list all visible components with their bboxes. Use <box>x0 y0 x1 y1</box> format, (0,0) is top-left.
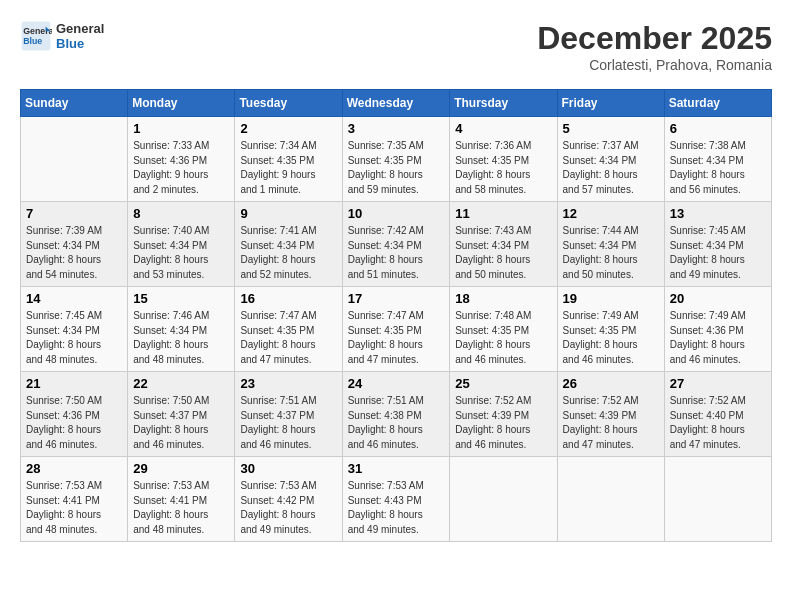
calendar-week-row: 21Sunrise: 7:50 AM Sunset: 4:36 PM Dayli… <box>21 372 772 457</box>
day-info: Sunrise: 7:47 AM Sunset: 4:35 PM Dayligh… <box>240 309 336 367</box>
day-number: 26 <box>563 376 659 391</box>
calendar-week-row: 28Sunrise: 7:53 AM Sunset: 4:41 PM Dayli… <box>21 457 772 542</box>
day-info: Sunrise: 7:49 AM Sunset: 4:36 PM Dayligh… <box>670 309 766 367</box>
day-info: Sunrise: 7:39 AM Sunset: 4:34 PM Dayligh… <box>26 224 122 282</box>
day-number: 20 <box>670 291 766 306</box>
day-info: Sunrise: 7:35 AM Sunset: 4:35 PM Dayligh… <box>348 139 445 197</box>
day-info: Sunrise: 7:45 AM Sunset: 4:34 PM Dayligh… <box>26 309 122 367</box>
calendar-cell: 15Sunrise: 7:46 AM Sunset: 4:34 PM Dayli… <box>128 287 235 372</box>
calendar-cell <box>557 457 664 542</box>
calendar-cell: 30Sunrise: 7:53 AM Sunset: 4:42 PM Dayli… <box>235 457 342 542</box>
col-header-saturday: Saturday <box>664 90 771 117</box>
day-info: Sunrise: 7:52 AM Sunset: 4:39 PM Dayligh… <box>455 394 551 452</box>
day-number: 27 <box>670 376 766 391</box>
calendar-cell: 1Sunrise: 7:33 AM Sunset: 4:36 PM Daylig… <box>128 117 235 202</box>
calendar-cell: 12Sunrise: 7:44 AM Sunset: 4:34 PM Dayli… <box>557 202 664 287</box>
day-info: Sunrise: 7:38 AM Sunset: 4:34 PM Dayligh… <box>670 139 766 197</box>
day-number: 19 <box>563 291 659 306</box>
day-info: Sunrise: 7:50 AM Sunset: 4:36 PM Dayligh… <box>26 394 122 452</box>
calendar-cell: 19Sunrise: 7:49 AM Sunset: 4:35 PM Dayli… <box>557 287 664 372</box>
day-number: 13 <box>670 206 766 221</box>
calendar-cell <box>450 457 557 542</box>
day-number: 10 <box>348 206 445 221</box>
location-subtitle: Corlatesti, Prahova, Romania <box>537 57 772 73</box>
day-number: 21 <box>26 376 122 391</box>
day-info: Sunrise: 7:53 AM Sunset: 4:41 PM Dayligh… <box>133 479 229 537</box>
calendar-cell: 8Sunrise: 7:40 AM Sunset: 4:34 PM Daylig… <box>128 202 235 287</box>
calendar-cell: 2Sunrise: 7:34 AM Sunset: 4:35 PM Daylig… <box>235 117 342 202</box>
day-info: Sunrise: 7:53 AM Sunset: 4:41 PM Dayligh… <box>26 479 122 537</box>
day-number: 6 <box>670 121 766 136</box>
day-info: Sunrise: 7:53 AM Sunset: 4:43 PM Dayligh… <box>348 479 445 537</box>
day-info: Sunrise: 7:53 AM Sunset: 4:42 PM Dayligh… <box>240 479 336 537</box>
day-number: 2 <box>240 121 336 136</box>
day-info: Sunrise: 7:44 AM Sunset: 4:34 PM Dayligh… <box>563 224 659 282</box>
logo-icon: General Blue <box>20 20 52 52</box>
header: General Blue General Blue December 2025 … <box>20 20 772 73</box>
calendar-cell: 5Sunrise: 7:37 AM Sunset: 4:34 PM Daylig… <box>557 117 664 202</box>
day-number: 28 <box>26 461 122 476</box>
col-header-sunday: Sunday <box>21 90 128 117</box>
day-number: 18 <box>455 291 551 306</box>
day-number: 12 <box>563 206 659 221</box>
col-header-monday: Monday <box>128 90 235 117</box>
day-number: 25 <box>455 376 551 391</box>
calendar-cell: 27Sunrise: 7:52 AM Sunset: 4:40 PM Dayli… <box>664 372 771 457</box>
calendar-week-row: 1Sunrise: 7:33 AM Sunset: 4:36 PM Daylig… <box>21 117 772 202</box>
calendar-week-row: 14Sunrise: 7:45 AM Sunset: 4:34 PM Dayli… <box>21 287 772 372</box>
calendar-cell: 20Sunrise: 7:49 AM Sunset: 4:36 PM Dayli… <box>664 287 771 372</box>
calendar-cell: 11Sunrise: 7:43 AM Sunset: 4:34 PM Dayli… <box>450 202 557 287</box>
calendar-cell: 9Sunrise: 7:41 AM Sunset: 4:34 PM Daylig… <box>235 202 342 287</box>
calendar-cell: 25Sunrise: 7:52 AM Sunset: 4:39 PM Dayli… <box>450 372 557 457</box>
month-title: December 2025 <box>537 20 772 57</box>
day-info: Sunrise: 7:36 AM Sunset: 4:35 PM Dayligh… <box>455 139 551 197</box>
day-info: Sunrise: 7:48 AM Sunset: 4:35 PM Dayligh… <box>455 309 551 367</box>
day-number: 14 <box>26 291 122 306</box>
day-info: Sunrise: 7:37 AM Sunset: 4:34 PM Dayligh… <box>563 139 659 197</box>
day-number: 22 <box>133 376 229 391</box>
day-info: Sunrise: 7:40 AM Sunset: 4:34 PM Dayligh… <box>133 224 229 282</box>
day-info: Sunrise: 7:51 AM Sunset: 4:37 PM Dayligh… <box>240 394 336 452</box>
day-number: 1 <box>133 121 229 136</box>
day-info: Sunrise: 7:51 AM Sunset: 4:38 PM Dayligh… <box>348 394 445 452</box>
day-number: 16 <box>240 291 336 306</box>
day-number: 23 <box>240 376 336 391</box>
calendar-cell: 10Sunrise: 7:42 AM Sunset: 4:34 PM Dayli… <box>342 202 450 287</box>
calendar-cell: 4Sunrise: 7:36 AM Sunset: 4:35 PM Daylig… <box>450 117 557 202</box>
calendar-cell: 13Sunrise: 7:45 AM Sunset: 4:34 PM Dayli… <box>664 202 771 287</box>
day-info: Sunrise: 7:41 AM Sunset: 4:34 PM Dayligh… <box>240 224 336 282</box>
day-number: 29 <box>133 461 229 476</box>
day-number: 7 <box>26 206 122 221</box>
day-info: Sunrise: 7:50 AM Sunset: 4:37 PM Dayligh… <box>133 394 229 452</box>
calendar-cell: 6Sunrise: 7:38 AM Sunset: 4:34 PM Daylig… <box>664 117 771 202</box>
calendar-cell: 28Sunrise: 7:53 AM Sunset: 4:41 PM Dayli… <box>21 457 128 542</box>
col-header-thursday: Thursday <box>450 90 557 117</box>
day-number: 15 <box>133 291 229 306</box>
day-info: Sunrise: 7:42 AM Sunset: 4:34 PM Dayligh… <box>348 224 445 282</box>
col-header-friday: Friday <box>557 90 664 117</box>
calendar-cell <box>21 117 128 202</box>
svg-text:Blue: Blue <box>23 36 42 46</box>
day-number: 31 <box>348 461 445 476</box>
calendar-cell: 16Sunrise: 7:47 AM Sunset: 4:35 PM Dayli… <box>235 287 342 372</box>
calendar-cell: 21Sunrise: 7:50 AM Sunset: 4:36 PM Dayli… <box>21 372 128 457</box>
day-number: 3 <box>348 121 445 136</box>
day-number: 5 <box>563 121 659 136</box>
day-info: Sunrise: 7:43 AM Sunset: 4:34 PM Dayligh… <box>455 224 551 282</box>
svg-text:General: General <box>23 26 52 36</box>
day-info: Sunrise: 7:33 AM Sunset: 4:36 PM Dayligh… <box>133 139 229 197</box>
day-info: Sunrise: 7:46 AM Sunset: 4:34 PM Dayligh… <box>133 309 229 367</box>
day-number: 24 <box>348 376 445 391</box>
day-info: Sunrise: 7:52 AM Sunset: 4:40 PM Dayligh… <box>670 394 766 452</box>
logo-line2: Blue <box>56 36 104 51</box>
calendar-cell: 7Sunrise: 7:39 AM Sunset: 4:34 PM Daylig… <box>21 202 128 287</box>
day-number: 8 <box>133 206 229 221</box>
calendar-week-row: 7Sunrise: 7:39 AM Sunset: 4:34 PM Daylig… <box>21 202 772 287</box>
calendar-header-row: SundayMondayTuesdayWednesdayThursdayFrid… <box>21 90 772 117</box>
day-number: 9 <box>240 206 336 221</box>
calendar-cell <box>664 457 771 542</box>
calendar-body: 1Sunrise: 7:33 AM Sunset: 4:36 PM Daylig… <box>21 117 772 542</box>
calendar-cell: 22Sunrise: 7:50 AM Sunset: 4:37 PM Dayli… <box>128 372 235 457</box>
logo: General Blue General Blue <box>20 20 104 52</box>
calendar-table: SundayMondayTuesdayWednesdayThursdayFrid… <box>20 89 772 542</box>
